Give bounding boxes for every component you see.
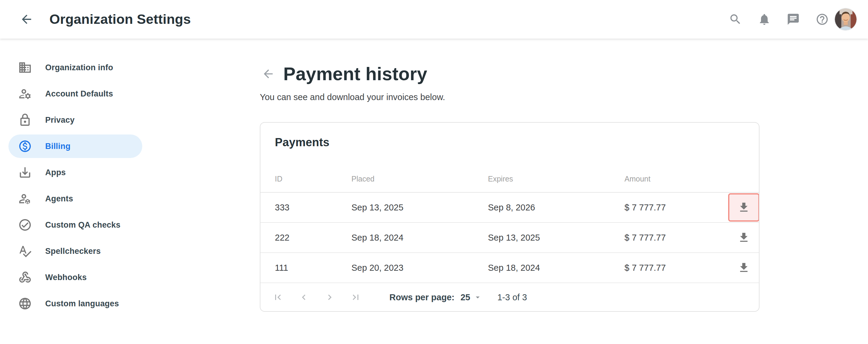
cell-placed: Sep 13, 2025: [351, 192, 488, 222]
download-invoice-button[interactable]: [728, 223, 760, 252]
cell-id: 333: [260, 192, 351, 222]
app-title: Organization Settings: [50, 11, 191, 27]
cell-expires: Sep 13, 2025: [488, 222, 624, 253]
sidebar-item-account-defaults[interactable]: Account Defaults: [8, 82, 142, 105]
cell-placed: Sep 18, 2024: [351, 222, 488, 253]
payments-card-title: Payments: [275, 136, 759, 149]
cell-id: 222: [260, 222, 351, 253]
table-row: 222 Sep 18, 2024 Sep 13, 2025 $ 7 777.77: [260, 222, 760, 253]
main-content: Payment history You can see and download…: [151, 39, 868, 344]
help-icon: [815, 13, 829, 26]
column-id: ID: [260, 166, 351, 192]
chat-button[interactable]: [785, 11, 802, 28]
lock-icon: [18, 113, 32, 127]
sidebar-item-label: Custom languages: [45, 299, 119, 308]
header-back-button[interactable]: [17, 10, 36, 29]
manage-accounts-icon: [18, 87, 32, 101]
chevron-right-button[interactable]: [324, 291, 336, 303]
chat-icon: [786, 13, 800, 26]
sidebar-item-billing[interactable]: Billing: [8, 134, 142, 158]
payments-table: ID Placed Expires Amount 333 Sep 13, 202…: [260, 166, 760, 283]
dollar-circle-icon: [18, 139, 32, 153]
last-page-icon: [350, 292, 361, 303]
pagination-range: 1-3 of 3: [497, 292, 527, 303]
sidebar-item-privacy[interactable]: Privacy: [8, 108, 142, 132]
webhook-icon: [18, 271, 32, 284]
building-icon: [18, 61, 32, 74]
sidebar: Organization info Account Defaults Priva…: [0, 39, 151, 344]
dropdown-arrow-icon: [473, 293, 482, 302]
page-back-button[interactable]: [260, 65, 277, 82]
sidebar-item-agents[interactable]: Agents: [8, 187, 142, 211]
search-button[interactable]: [727, 11, 744, 28]
sidebar-item-label: Account Defaults: [45, 89, 113, 99]
sidebar-item-spellcheckers[interactable]: Spellcheckers: [8, 239, 142, 263]
arrow-left-icon: [261, 67, 275, 81]
sidebar-item-label: Privacy: [45, 116, 74, 125]
column-actions: [724, 166, 760, 192]
check-circle-icon: [18, 218, 32, 232]
chevron-right-icon: [324, 292, 335, 303]
first-page-button[interactable]: [272, 291, 284, 303]
page-subtitle: You can see and download your invoices b…: [260, 92, 868, 102]
table-pagination: Rows per page: 25 1-3 of 3: [260, 283, 759, 311]
pagination-nav: [272, 291, 375, 303]
cell-amount: $ 7 777.77: [624, 253, 724, 283]
agent-cube-icon: [18, 192, 32, 206]
sidebar-item-label: Organization info: [45, 63, 113, 72]
header-actions: [727, 11, 831, 28]
sidebar-item-label: Spellcheckers: [45, 247, 101, 256]
cell-actions: [724, 253, 760, 283]
search-icon: [729, 13, 742, 26]
notifications-icon: [758, 13, 771, 26]
table-header-row: ID Placed Expires Amount: [260, 166, 760, 192]
sidebar-item-webhooks[interactable]: Webhooks: [8, 265, 142, 289]
page-title: Payment history: [283, 63, 427, 85]
sidebar-item-label: Billing: [45, 142, 70, 151]
rows-per-page-select[interactable]: 25: [461, 292, 482, 303]
first-page-icon: [273, 292, 283, 303]
cell-amount: $ 7 777.77: [624, 222, 724, 253]
cell-actions: [724, 192, 760, 222]
chevron-left-icon: [299, 292, 309, 303]
column-amount: Amount: [624, 166, 724, 192]
user-avatar[interactable]: [834, 8, 857, 31]
spellcheck-icon: [18, 244, 32, 258]
column-placed: Placed: [351, 166, 488, 192]
cell-amount: $ 7 777.77: [624, 192, 724, 222]
payments-card: Payments ID Placed Expires Amount 333 Se…: [260, 122, 760, 312]
column-expires: Expires: [488, 166, 624, 192]
page-head: Payment history: [260, 63, 868, 85]
help-button[interactable]: [814, 11, 831, 28]
sidebar-item-label: Webhooks: [45, 273, 87, 282]
notifications-button[interactable]: [756, 11, 773, 28]
download-icon: [738, 201, 750, 214]
sidebar-item-organization-info[interactable]: Organization info: [8, 56, 142, 79]
download-icon: [738, 261, 750, 274]
sidebar-item-label: Apps: [45, 168, 66, 177]
table-row: 111 Sep 20, 2023 Sep 18, 2024 $ 7 777.77: [260, 253, 760, 283]
download-invoice-button[interactable]: [728, 254, 760, 282]
sidebar-item-label: Agents: [45, 194, 73, 204]
download-tray-icon: [18, 165, 32, 179]
rows-per-page-label: Rows per page:: [390, 292, 455, 303]
sidebar-item-custom-qa-checks[interactable]: Custom QA checks: [8, 213, 142, 237]
avatar-photo: [835, 8, 857, 30]
cell-actions: [724, 222, 760, 253]
cell-id: 111: [260, 253, 351, 283]
last-page-button[interactable]: [350, 291, 362, 303]
chevron-left-button[interactable]: [298, 291, 310, 303]
arrow-left-icon: [20, 12, 33, 26]
download-icon: [738, 231, 750, 244]
cell-expires: Sep 18, 2024: [488, 253, 624, 283]
app-header: Organization Settings: [0, 0, 868, 39]
table-row: 333 Sep 13, 2025 Sep 8, 2026 $ 7 777.77: [260, 192, 760, 222]
download-invoice-button[interactable]: [728, 193, 760, 222]
cell-placed: Sep 20, 2023: [351, 253, 488, 283]
cell-expires: Sep 8, 2026: [488, 192, 624, 222]
sidebar-item-label: Custom QA checks: [45, 220, 121, 230]
sidebar-item-custom-languages[interactable]: Custom languages: [8, 292, 142, 315]
globe-icon: [18, 297, 32, 311]
sidebar-item-apps[interactable]: Apps: [8, 161, 142, 184]
rows-per-page-value: 25: [461, 292, 470, 303]
